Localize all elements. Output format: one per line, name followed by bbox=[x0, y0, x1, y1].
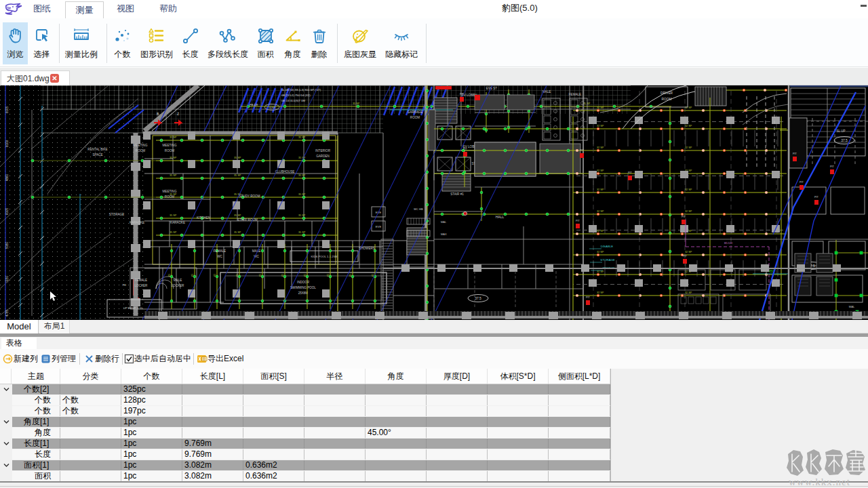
svg-text:35 SP: 35 SP bbox=[298, 214, 306, 217]
svg-text:CLUBHOUSE: CLUBHOUSE bbox=[275, 170, 295, 174]
svg-text:PIT: PIT bbox=[628, 171, 633, 174]
svg-text:6005: 6005 bbox=[5, 207, 9, 215]
svg-text:GARDEN: GARDEN bbox=[316, 155, 330, 158]
svg-text:37.5: 37.5 bbox=[475, 296, 481, 300]
svg-text:PIT: PIT bbox=[793, 152, 797, 155]
svg-text:WC: WC bbox=[217, 255, 222, 258]
svg-text:ROOM: ROOM bbox=[410, 116, 420, 119]
svg-text:7150: 7150 bbox=[5, 275, 9, 283]
svg-text:32 SP: 32 SP bbox=[597, 210, 604, 213]
svg-text:32 SP: 32 SP bbox=[597, 230, 604, 232]
svg-text:32 SP: 32 SP bbox=[685, 188, 692, 191]
svg-text:KIDS POOL 1-1.25M: KIDS POOL 1-1.25M bbox=[311, 255, 338, 258]
svg-text:35 SP: 35 SP bbox=[170, 214, 177, 217]
svg-text:ROOM: ROOM bbox=[136, 149, 145, 152]
svg-text:32 SP: 32 SP bbox=[685, 125, 692, 127]
svg-text:35 SP: 35 SP bbox=[170, 136, 177, 139]
svg-text:ROOM: ROOM bbox=[165, 195, 174, 199]
svg-text:DRIVER: DRIVER bbox=[660, 92, 673, 95]
svg-text:6009: 6009 bbox=[5, 140, 9, 147]
svg-text:MC HB: MC HB bbox=[414, 207, 423, 211]
svg-text:35 SP: 35 SP bbox=[234, 214, 241, 217]
svg-text:K5: K5 bbox=[168, 274, 171, 277]
svg-text:35 SP: 35 SP bbox=[353, 102, 360, 105]
svg-text:FEMALE: FEMALE bbox=[214, 249, 226, 253]
svg-text:FB-D9: FB-D9 bbox=[250, 103, 258, 106]
svg-text:B5 DH: B5 DH bbox=[724, 241, 732, 245]
svg-text:PIT: PIT bbox=[800, 181, 804, 184]
svg-text:INDOOR: INDOOR bbox=[297, 281, 310, 284]
svg-text:MEETING: MEETING bbox=[163, 144, 177, 147]
svg-text:MAL: MAL bbox=[849, 305, 855, 308]
svg-text:35 SP: 35 SP bbox=[170, 174, 177, 177]
svg-text:32 SP: 32 SP bbox=[597, 188, 604, 191]
svg-text:32 SP: 32 SP bbox=[597, 291, 604, 294]
svg-text:PH: PH bbox=[122, 283, 126, 287]
svg-text:ROOM: ROOM bbox=[662, 98, 672, 101]
svg-text:ROOM: ROOM bbox=[165, 149, 174, 152]
svg-text:GARBAGE: GARBAGE bbox=[408, 110, 423, 114]
svg-text:K5: K5 bbox=[259, 274, 262, 277]
svg-text:PIT: PIT bbox=[814, 196, 819, 199]
svg-text:32 SP: 32 SP bbox=[685, 291, 692, 294]
svg-text:FEMALE: FEMALE bbox=[569, 93, 581, 96]
svg-text:SWIMMING POOL: SWIMMING POOL bbox=[290, 286, 316, 289]
svg-text:K5: K5 bbox=[327, 274, 330, 277]
svg-text:STUDY ROOM: STUDY ROOM bbox=[239, 195, 260, 198]
svg-text:KARAOKE: KARAOKE bbox=[170, 221, 185, 224]
svg-text:PIT: PIT bbox=[460, 93, 465, 96]
svg-text:KARAOKE: KARAOKE bbox=[130, 221, 144, 224]
svg-text:K5: K5 bbox=[281, 274, 284, 277]
svg-text:5080: 5080 bbox=[5, 241, 9, 249]
svg-text:37.5: 37.5 bbox=[841, 138, 848, 142]
svg-text:25X8M: 25X8M bbox=[298, 291, 309, 295]
svg-text:PIT: PIT bbox=[576, 220, 580, 222]
svg-text:35 SP: 35 SP bbox=[234, 174, 241, 177]
svg-text:35 SP: 35 SP bbox=[298, 193, 306, 196]
svg-text:K5: K5 bbox=[214, 274, 216, 277]
svg-text:MEETING: MEETING bbox=[163, 190, 177, 193]
svg-text:4860: 4860 bbox=[5, 174, 9, 181]
svg-text:35 SP: 35 SP bbox=[170, 157, 177, 159]
svg-text:35 SP: 35 SP bbox=[298, 231, 306, 234]
svg-text:MALE: MALE bbox=[174, 279, 182, 282]
svg-text:EVE: EVE bbox=[376, 225, 382, 228]
svg-text:PIT: PIT bbox=[586, 296, 591, 299]
svg-text:32 SP: 32 SP bbox=[685, 146, 692, 149]
svg-text:35 SP: 35 SP bbox=[298, 174, 306, 177]
svg-text:0L 0B (W) 98 (L3) 900 SP (W7): 0L 0B (W) 98 (L3) 900 SP (W7) bbox=[281, 88, 321, 92]
svg-text:35 SP: 35 SP bbox=[234, 157, 241, 159]
svg-text:35 SP: 35 SP bbox=[298, 136, 306, 139]
svg-text:SL UP: SL UP bbox=[836, 129, 845, 133]
svg-text:MALE: MALE bbox=[252, 249, 261, 253]
svg-text:32 SP: 32 SP bbox=[597, 106, 604, 109]
svg-text:32 SP: 32 SP bbox=[597, 251, 604, 253]
svg-text:LOCKER: LOCKER bbox=[172, 284, 185, 287]
svg-text:STAIR #1: STAIR #1 bbox=[450, 192, 464, 196]
svg-text:32 SP: 32 SP bbox=[597, 169, 604, 172]
svg-text:32 SP: 32 SP bbox=[597, 270, 604, 273]
svg-text:LOCKER: LOCKER bbox=[135, 284, 149, 287]
svg-text:STORAGE: STORAGE bbox=[600, 258, 614, 262]
svg-text:0B (W L2) 750 D4 (X2): 0B (W L2) 750 D4 (X2) bbox=[281, 94, 311, 97]
svg-text:32 SP: 32 SP bbox=[685, 210, 692, 213]
svg-text:DISABLE: DISABLE bbox=[601, 245, 614, 248]
svg-text:32 SP: 32 SP bbox=[597, 125, 604, 127]
svg-text:35 SP: 35 SP bbox=[234, 231, 241, 234]
svg-text:32 SP: 32 SP bbox=[685, 251, 692, 253]
svg-text:PIT: PIT bbox=[580, 149, 585, 152]
svg-text:SPACE: SPACE bbox=[92, 153, 102, 157]
svg-text:MAX: MAX bbox=[441, 232, 447, 236]
svg-text:K5: K5 bbox=[349, 274, 352, 277]
svg-text:35 SP: 35 SP bbox=[298, 157, 306, 159]
svg-text:RENTAL BIKE: RENTAL BIKE bbox=[87, 148, 107, 151]
svg-text:FEMALE: FEMALE bbox=[135, 279, 147, 282]
svg-text:PIT: PIT bbox=[683, 255, 688, 258]
svg-text:HALL: HALL bbox=[496, 215, 505, 219]
svg-text:MAL: MAL bbox=[441, 220, 447, 224]
svg-text:PIT: PIT bbox=[463, 148, 468, 150]
svg-text:K5: K5 bbox=[191, 274, 194, 277]
svg-text:Z: Z bbox=[177, 112, 179, 116]
svg-text:STAFF ROOM: STAFF ROOM bbox=[237, 218, 258, 222]
svg-text:PIT: PIT bbox=[830, 165, 835, 168]
